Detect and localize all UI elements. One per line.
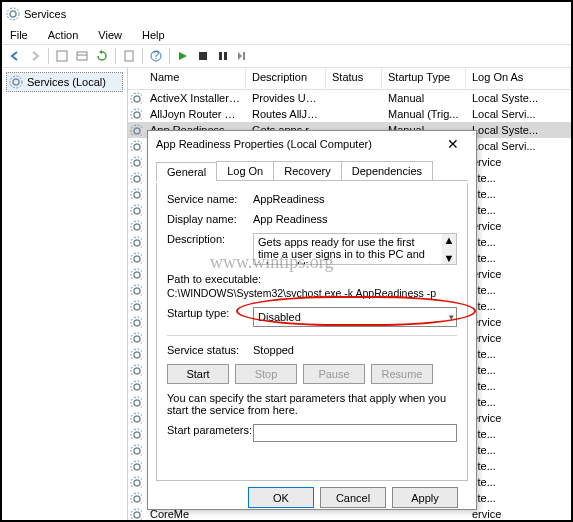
gear-icon bbox=[130, 316, 142, 328]
scrollbar[interactable]: ▲▼ bbox=[442, 234, 456, 264]
menu-view[interactable]: View bbox=[94, 27, 126, 43]
cell-logon: ste... bbox=[466, 348, 571, 360]
pause-button[interactable]: Pause bbox=[303, 364, 365, 384]
dialog-title: App Readiness Properties (Local Computer… bbox=[156, 138, 438, 150]
gear-icon bbox=[130, 444, 142, 456]
forward-button[interactable] bbox=[26, 47, 44, 65]
gear-icon bbox=[130, 396, 142, 408]
cell-logon: ste... bbox=[466, 460, 571, 472]
toolbar-button[interactable] bbox=[73, 47, 91, 65]
back-button[interactable] bbox=[6, 47, 24, 65]
gear-icon bbox=[130, 364, 142, 376]
cell-logon: ervice bbox=[466, 268, 571, 280]
window-titlebar: Services bbox=[2, 2, 571, 26]
cancel-button[interactable]: Cancel bbox=[320, 487, 386, 508]
col-status[interactable]: Status bbox=[326, 68, 382, 89]
label-startup-type: Startup type: bbox=[167, 307, 253, 327]
gear-icon bbox=[130, 236, 142, 248]
cell-logon: ste... bbox=[466, 300, 571, 312]
gear-icon bbox=[130, 508, 142, 520]
svg-rect-10 bbox=[224, 52, 227, 60]
cell-logon: ervice bbox=[466, 412, 571, 424]
svg-rect-9 bbox=[219, 52, 222, 60]
cell-logon: ste... bbox=[466, 204, 571, 216]
label-description: Description: bbox=[167, 233, 253, 265]
resume-button[interactable]: Resume bbox=[371, 364, 433, 384]
gear-icon bbox=[130, 188, 142, 200]
table-row[interactable]: AllJoyn Router ServiceRoutes AllJo...Man… bbox=[128, 106, 571, 122]
menu-help[interactable]: Help bbox=[138, 27, 169, 43]
tree-node-label: Services (Local) bbox=[27, 76, 106, 88]
cell-startup: Manual bbox=[382, 92, 466, 104]
toolbar-button[interactable] bbox=[53, 47, 71, 65]
table-row[interactable]: ActiveX Installer (AxInstSV)Provides Us.… bbox=[128, 90, 571, 106]
menu-action[interactable]: Action bbox=[44, 27, 83, 43]
value-service-name: AppReadiness bbox=[253, 193, 457, 205]
label-start-params: Start parameters: bbox=[167, 424, 253, 442]
cell-logon: ste... bbox=[466, 428, 571, 440]
cell-name: ActiveX Installer (AxInstSV) bbox=[144, 92, 246, 104]
col-description[interactable]: Description bbox=[246, 68, 326, 89]
gear-icon bbox=[130, 92, 142, 104]
gear-icon bbox=[130, 108, 142, 120]
cell-logon: ste... bbox=[466, 476, 571, 488]
label-display-name: Display name: bbox=[167, 213, 253, 225]
refresh-button[interactable] bbox=[93, 47, 111, 65]
tab-recovery[interactable]: Recovery bbox=[273, 161, 341, 180]
svg-rect-8 bbox=[199, 52, 207, 60]
close-button[interactable]: ✕ bbox=[438, 134, 468, 154]
gear-icon bbox=[130, 124, 142, 136]
tab-logon[interactable]: Log On bbox=[216, 161, 274, 180]
col-logon[interactable]: Log On As bbox=[466, 68, 571, 89]
restart-service-button[interactable] bbox=[234, 47, 252, 65]
window-title: Services bbox=[24, 8, 66, 20]
cell-logon: ste... bbox=[466, 380, 571, 392]
svg-rect-5 bbox=[125, 51, 133, 61]
cell-logon: Local Syste... bbox=[466, 124, 571, 136]
col-startup[interactable]: Startup Type bbox=[382, 68, 466, 89]
gear-icon bbox=[130, 332, 142, 344]
cell-logon: ste... bbox=[466, 492, 571, 504]
cell-logon: ste... bbox=[466, 396, 571, 408]
ok-button[interactable]: OK bbox=[248, 487, 314, 508]
menu-file[interactable]: File bbox=[6, 27, 32, 43]
value-service-status: Stopped bbox=[253, 344, 457, 356]
dialog-titlebar: App Readiness Properties (Local Computer… bbox=[148, 131, 476, 157]
cell-logon: ste... bbox=[466, 252, 571, 264]
gear-icon bbox=[130, 284, 142, 296]
cell-logon: ste... bbox=[466, 444, 571, 456]
chevron-down-icon: ▾ bbox=[449, 312, 454, 322]
value-path: C:\WINDOWS\System32\svchost.exe -k AppRe… bbox=[167, 287, 457, 299]
startup-type-combo[interactable]: Disabled ▾ bbox=[253, 307, 457, 327]
tree-pane: Services (Local) bbox=[2, 68, 128, 520]
cell-logon: ervice bbox=[466, 508, 571, 520]
svg-rect-3 bbox=[77, 52, 87, 60]
apply-button[interactable]: Apply bbox=[392, 487, 458, 508]
properties-button[interactable] bbox=[120, 47, 138, 65]
stop-button[interactable]: Stop bbox=[235, 364, 297, 384]
col-name[interactable]: Name bbox=[128, 68, 246, 89]
gear-icon bbox=[130, 460, 142, 472]
gear-icon bbox=[130, 492, 142, 504]
help-button[interactable]: ? bbox=[147, 47, 165, 65]
services-icon bbox=[9, 75, 23, 89]
description-box: Gets apps ready for use the first time a… bbox=[253, 233, 457, 265]
cell-logon: ste... bbox=[466, 284, 571, 296]
tab-general[interactable]: General bbox=[156, 162, 217, 181]
pause-service-button[interactable] bbox=[214, 47, 232, 65]
tab-dependencies[interactable]: Dependencies bbox=[341, 161, 433, 180]
grid-header: Name Description Status Startup Type Log… bbox=[128, 68, 571, 90]
cell-desc: Routes AllJo... bbox=[246, 108, 326, 120]
stop-service-button[interactable] bbox=[194, 47, 212, 65]
start-button[interactable]: Start bbox=[167, 364, 229, 384]
gear-icon bbox=[130, 252, 142, 264]
start-service-button[interactable] bbox=[174, 47, 192, 65]
cell-logon: Local Servi... bbox=[466, 108, 571, 120]
startup-type-value: Disabled bbox=[258, 311, 301, 323]
start-params-input[interactable] bbox=[253, 424, 457, 442]
cell-logon: ervice bbox=[466, 156, 571, 168]
gear-icon bbox=[130, 300, 142, 312]
value-description: Gets apps ready for use the first time a… bbox=[258, 236, 425, 265]
cell-desc: Provides Us... bbox=[246, 92, 326, 104]
tree-node-services-local[interactable]: Services (Local) bbox=[6, 72, 123, 92]
